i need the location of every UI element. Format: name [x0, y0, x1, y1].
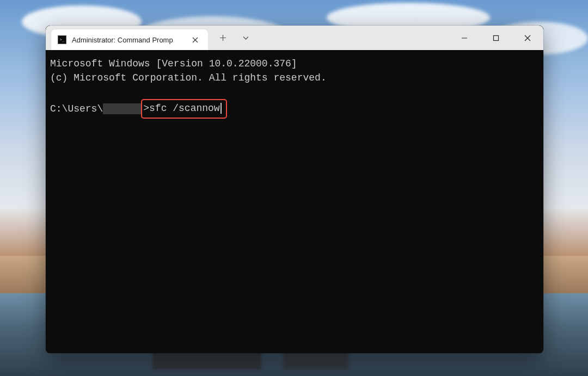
terminal-header-line: Microsoft Windows [Version 10.0.22000.37…: [50, 57, 539, 71]
maximize-button[interactable]: [480, 26, 512, 50]
tab-command-prompt[interactable]: Administrator: Command Promp: [51, 29, 208, 50]
typed-command: sfc /scannow: [149, 101, 220, 115]
titlebar[interactable]: Administrator: Command Promp: [46, 26, 543, 50]
terminal-window: Administrator: Command Promp: [46, 26, 543, 353]
terminal-copyright-line: (c) Microsoft Corporation. All rights re…: [50, 71, 539, 85]
terminal-output[interactable]: Microsoft Windows [Version 10.0.22000.37…: [46, 50, 543, 353]
redacted-username: [103, 103, 142, 114]
tab-actions: [208, 26, 256, 50]
prompt-line: C:\Users\>sfc /scannow: [50, 99, 539, 119]
command-highlight: >sfc /scannow: [141, 99, 226, 119]
chevron-down-icon: [242, 34, 249, 41]
tab-title: Administrator: Command Promp: [72, 36, 187, 44]
maximize-icon: [493, 35, 499, 41]
prompt-path: C:\Users\: [50, 102, 103, 116]
close-window-button[interactable]: [512, 26, 543, 50]
blank-line: [50, 85, 539, 99]
window-controls: [449, 26, 543, 50]
new-tab-button[interactable]: [212, 29, 233, 47]
svg-rect-0: [494, 35, 499, 40]
close-icon: [192, 37, 198, 43]
text-cursor: [220, 103, 222, 114]
minimize-icon: [461, 35, 468, 41]
minimize-button[interactable]: [449, 26, 480, 50]
prompt-arrow: >: [143, 101, 149, 115]
close-icon: [524, 35, 531, 41]
plus-icon: [219, 34, 226, 41]
tab-dropdown-button[interactable]: [235, 29, 256, 47]
terminal-icon: [58, 35, 66, 44]
desktop-wallpaper: Administrator: Command Promp: [0, 0, 588, 376]
tab-close-button[interactable]: [187, 32, 203, 47]
